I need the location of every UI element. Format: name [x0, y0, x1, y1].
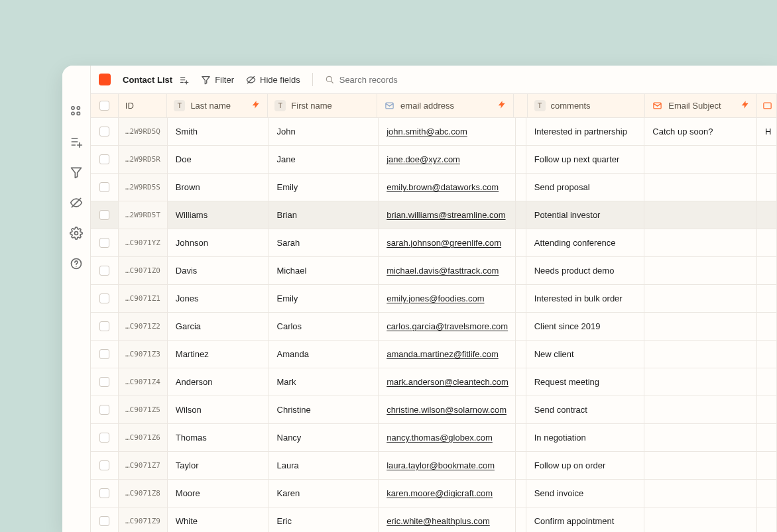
- email-link[interactable]: sarah.johnson@greenlife.com: [387, 238, 501, 248]
- email-link[interactable]: emily.jones@foodies.com: [387, 293, 484, 303]
- cell-extra[interactable]: [757, 201, 777, 229]
- row-select[interactable]: [91, 313, 119, 340]
- header-extra[interactable]: [757, 94, 777, 117]
- hide-fields-button[interactable]: Hide fields: [246, 75, 300, 85]
- cell-first-name[interactable]: Karen: [269, 480, 379, 507]
- cell-subject[interactable]: [644, 368, 757, 396]
- cell-last-name[interactable]: Smith: [168, 118, 269, 145]
- cell-first-name[interactable]: John: [269, 118, 379, 145]
- cell-email[interactable]: emily.jones@foodies.com: [379, 285, 516, 312]
- cell-comments[interactable]: Send invoice: [526, 480, 645, 507]
- row-select[interactable]: [91, 507, 119, 532]
- cell-last-name[interactable]: Garcia: [168, 313, 269, 340]
- cell-last-name[interactable]: Williams: [168, 201, 269, 229]
- cell-comments[interactable]: Interested in partnership: [526, 118, 645, 145]
- email-link[interactable]: carlos.garcia@travelsmore.com: [387, 321, 508, 331]
- row-checkbox[interactable]: [99, 488, 109, 498]
- table-row[interactable]: …C9071Z8MooreKarenkaren.moore@digicraft.…: [91, 480, 777, 507]
- cell-subject[interactable]: [644, 480, 757, 507]
- cell-first-name[interactable]: Laura: [269, 452, 379, 479]
- row-checkbox[interactable]: [99, 321, 109, 331]
- table-row[interactable]: …2W9RD5RDoeJanejane.doe@xyz.comFollow up…: [91, 146, 777, 174]
- cell-first-name[interactable]: Nancy: [269, 424, 379, 451]
- row-select[interactable]: [91, 285, 119, 312]
- filter-button[interactable]: Filter: [201, 75, 234, 85]
- cell-comments[interactable]: Interested in bulk order: [526, 285, 645, 312]
- header-email[interactable]: email address: [377, 94, 513, 117]
- row-checkbox[interactable]: [99, 405, 109, 415]
- cell-comments[interactable]: Send proposal: [526, 174, 645, 201]
- cell-email[interactable]: nancy.thomas@globex.com: [379, 424, 516, 451]
- row-checkbox[interactable]: [99, 182, 109, 192]
- hide-rail-icon[interactable]: [70, 196, 83, 209]
- cell-first-name[interactable]: Mark: [269, 368, 379, 396]
- row-select[interactable]: [91, 368, 119, 396]
- email-link[interactable]: michael.davis@fasttrack.com: [387, 266, 499, 276]
- header-email-subject[interactable]: Email Subject: [645, 94, 757, 117]
- row-checkbox[interactable]: [99, 460, 109, 470]
- cell-first-name[interactable]: Sarah: [269, 229, 379, 256]
- row-checkbox[interactable]: [99, 266, 109, 276]
- cell-email[interactable]: karen.moore@digicraft.com: [379, 480, 516, 507]
- row-checkbox[interactable]: [99, 377, 109, 387]
- cell-last-name[interactable]: Moore: [168, 480, 269, 507]
- email-link[interactable]: mark.anderson@cleantech.com: [387, 377, 508, 387]
- cell-subject[interactable]: [644, 229, 757, 256]
- cell-email[interactable]: sarah.johnson@greenlife.com: [379, 229, 516, 256]
- cell-last-name[interactable]: Taylor: [168, 452, 269, 479]
- row-select[interactable]: [91, 174, 119, 201]
- table-row[interactable]: …C9071Z4AndersonMarkmark.anderson@cleant…: [91, 368, 777, 396]
- row-select[interactable]: [91, 257, 119, 284]
- email-link[interactable]: laura.taylor@bookmate.com: [387, 460, 495, 470]
- row-select[interactable]: [91, 229, 119, 256]
- cell-subject[interactable]: Catch up soon?: [644, 118, 757, 145]
- email-link[interactable]: eric.white@healthplus.com: [387, 516, 490, 526]
- cell-first-name[interactable]: Amanda: [269, 341, 379, 368]
- header-comments[interactable]: T comments: [528, 94, 646, 117]
- select-all-checkbox[interactable]: [99, 101, 109, 111]
- cell-last-name[interactable]: Johnson: [168, 229, 269, 256]
- cell-extra[interactable]: [757, 507, 777, 532]
- table-row[interactable]: …2W9RD5TWilliamsBrianbrian.williams@stre…: [91, 201, 777, 229]
- cell-last-name[interactable]: Anderson: [168, 368, 269, 396]
- cell-subject[interactable]: [644, 201, 757, 229]
- cell-email[interactable]: eric.white@healthplus.com: [379, 507, 516, 532]
- email-link[interactable]: amanda.martinez@fitlife.com: [387, 349, 499, 359]
- cell-subject[interactable]: [644, 257, 757, 284]
- cell-comments[interactable]: Potential investor: [526, 201, 645, 229]
- cell-last-name[interactable]: Wilson: [168, 396, 269, 423]
- sort-button[interactable]: [179, 75, 189, 85]
- cell-comments[interactable]: Follow up on order: [526, 452, 645, 479]
- search-input[interactable]: [339, 75, 451, 85]
- cell-last-name[interactable]: Davis: [168, 257, 269, 284]
- table-row[interactable]: …2W9RD5QSmithJohnjohn.smith@abc.comInter…: [91, 118, 777, 146]
- settings-rail-icon[interactable]: [70, 227, 83, 240]
- cell-subject[interactable]: [644, 285, 757, 312]
- header-last-name[interactable]: T Last name: [167, 94, 268, 117]
- cell-extra[interactable]: [757, 341, 777, 368]
- cell-subject[interactable]: [644, 313, 757, 340]
- email-link[interactable]: jane.doe@xyz.com: [387, 154, 460, 164]
- email-link[interactable]: karen.moore@digicraft.com: [387, 488, 493, 498]
- email-link[interactable]: emily.brown@dataworks.com: [387, 182, 499, 192]
- cell-last-name[interactable]: White: [168, 507, 269, 532]
- row-select[interactable]: [91, 118, 119, 145]
- row-checkbox[interactable]: [99, 293, 109, 303]
- header-select-all[interactable]: [91, 94, 119, 117]
- table-row[interactable]: …C9071Z9WhiteEriceric.white@healthplus.c…: [91, 507, 777, 532]
- cell-subject[interactable]: [644, 507, 757, 532]
- cell-comments[interactable]: Client since 2019: [526, 313, 645, 340]
- row-checkbox[interactable]: [99, 516, 109, 526]
- cell-last-name[interactable]: Jones: [168, 285, 269, 312]
- cell-first-name[interactable]: Eric: [269, 507, 379, 532]
- cell-email[interactable]: amanda.martinez@fitlife.com: [379, 341, 516, 368]
- email-link[interactable]: john.smith@abc.com: [387, 127, 467, 136]
- cell-comments[interactable]: Request meeting: [526, 368, 645, 396]
- cell-comments[interactable]: Send contract: [526, 396, 645, 423]
- search-input-wrap[interactable]: [325, 75, 451, 85]
- cell-email[interactable]: mark.anderson@cleantech.com: [379, 368, 516, 396]
- cell-first-name[interactable]: Emily: [269, 285, 379, 312]
- cell-email[interactable]: emily.brown@dataworks.com: [379, 174, 516, 201]
- cell-last-name[interactable]: Martinez: [168, 341, 269, 368]
- header-first-name[interactable]: T First name: [268, 94, 377, 117]
